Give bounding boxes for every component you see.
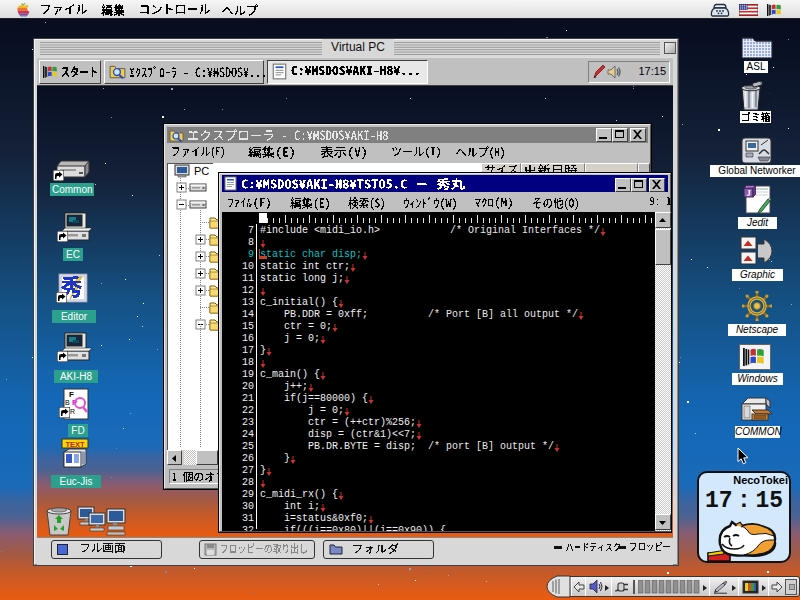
svg-text:PC: PC: [194, 165, 209, 177]
svg-text:B: B: [65, 399, 70, 406]
svg-text:TEXT: TEXT: [65, 440, 85, 449]
